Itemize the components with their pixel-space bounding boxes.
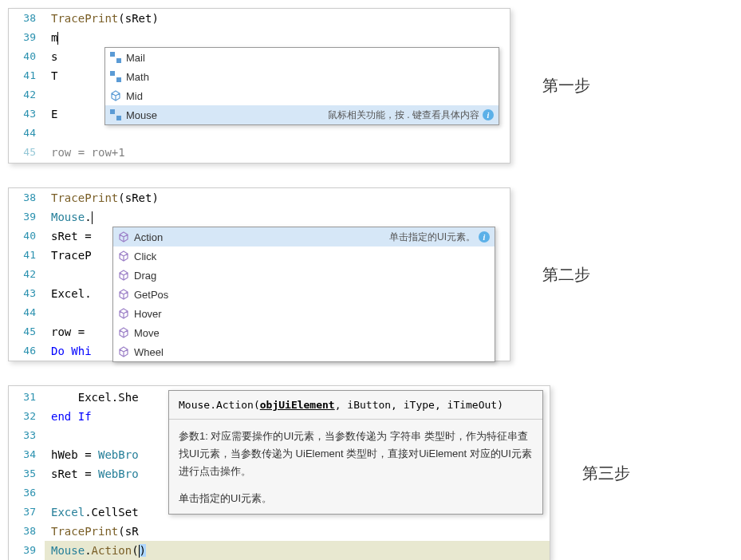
active-parameter: objUiElement (260, 399, 335, 411)
namespace-icon (110, 71, 121, 82)
line-number: 34 (9, 445, 45, 464)
step-label-1: 第一步 (542, 75, 590, 97)
code-line[interactable]: 38 TracePrint(sR (9, 522, 550, 541)
code-line-active[interactable]: 39 Mouse.Action() (9, 541, 550, 560)
line-number: 41 (9, 66, 45, 85)
method-icon (118, 346, 129, 357)
method-icon (118, 250, 129, 262)
code-line[interactable]: 39 m (9, 28, 510, 47)
line-number: 45 (9, 143, 45, 162)
line-number: 38 (9, 522, 45, 541)
line-number: 45 (9, 322, 45, 341)
line-number: 46 (9, 341, 45, 361)
line-number: 37 (9, 503, 45, 522)
line-number: 42 (9, 265, 45, 284)
autocomplete-item-mail[interactable]: Mail (105, 48, 499, 67)
namespace-icon (110, 109, 121, 120)
line-number: 39 (9, 207, 45, 227)
code-line[interactable]: 39 Mouse. (9, 207, 510, 227)
signature-line: Mouse.Action(objUiElement, iButton, iTyp… (169, 391, 542, 420)
code-panel-2: 38 TracePrint(sRet) 39 Mouse. 40 sRet = … (8, 187, 510, 361)
autocomplete-item-move[interactable]: Move (113, 323, 495, 342)
autocomplete-item-wheel[interactable]: Wheel (113, 342, 495, 361)
autocomplete-item-getpos[interactable]: GetPos (113, 285, 495, 304)
text-cursor (57, 32, 58, 45)
section-step-2: 38 TracePrint(sRet) 39 Mouse. 40 sRet = … (8, 187, 733, 361)
line-number: 43 (9, 105, 45, 124)
line-number: 40 (9, 227, 45, 246)
line-number: 40 (9, 47, 45, 66)
method-icon (118, 231, 129, 243)
line-number: 41 (9, 246, 45, 265)
code-line[interactable]: 45 row = row+1 (9, 143, 510, 162)
autocomplete-popup[interactable]: Action 单击指定的UI元素。i Click Drag GetPos Hov… (112, 227, 495, 362)
signature-tooltip: Mouse.Action(objUiElement, iButton, iTyp… (168, 390, 543, 515)
section-step-1: 38 TracePrint(sRet) 39 m 40 s 41 T 42 43… (8, 8, 733, 164)
step-label-3: 第三步 (582, 463, 630, 484)
section-step-3: 31 Excel.She 32 end If 33 34 hWeb = WebB… (8, 385, 733, 560)
method-summary: 单击指定的UI元素。 (169, 488, 542, 514)
parameter-description: 参数1: 对应需要操作的UI元素，当参数传递为 字符串 类型时，作为特征串查找U… (169, 420, 542, 488)
method-icon (118, 289, 129, 300)
code-panel-1: 38 TracePrint(sRet) 39 m 40 s 41 T 42 43… (8, 8, 510, 164)
line-number: 33 (9, 426, 45, 445)
text-cursor (92, 211, 93, 224)
line-number: 39 (9, 28, 45, 47)
autocomplete-item-drag[interactable]: Drag (113, 266, 495, 285)
code-panel-3: 31 Excel.She 32 end If 33 34 hWeb = WebB… (8, 385, 550, 560)
autocomplete-popup[interactable]: Mail Math Mid Mouse 鼠标相关功能，按 . 键查看具体内容 i (104, 47, 499, 125)
line-number: 32 (9, 407, 45, 426)
line-number: 39 (9, 541, 45, 560)
line-number: 36 (9, 483, 45, 503)
autocomplete-item-hover[interactable]: Hover (113, 304, 495, 323)
method-icon (118, 308, 129, 319)
autocomplete-item-click[interactable]: Click (113, 246, 495, 266)
line-number: 44 (9, 124, 45, 143)
line-number: 38 (9, 9, 45, 28)
info-icon[interactable]: i (479, 231, 490, 243)
namespace-icon (110, 52, 121, 63)
autocomplete-item-mid[interactable]: Mid (105, 86, 499, 105)
autocomplete-item-math[interactable]: Math (105, 67, 499, 86)
code-line[interactable]: 44 (9, 124, 510, 143)
line-number: 43 (9, 284, 45, 303)
method-icon (118, 270, 129, 281)
line-number: 42 (9, 85, 45, 105)
method-icon (118, 327, 129, 338)
code-line[interactable]: 38 TracePrint(sRet) (9, 9, 510, 28)
code-line[interactable]: 38 TracePrint(sRet) (9, 188, 510, 207)
line-number: 38 (9, 188, 45, 207)
step-label-2: 第二步 (542, 264, 590, 286)
line-number: 44 (9, 303, 45, 322)
autocomplete-item-mouse[interactable]: Mouse 鼠标相关功能，按 . 键查看具体内容 i (105, 105, 499, 124)
line-number: 31 (9, 388, 45, 407)
method-icon (110, 90, 121, 101)
autocomplete-item-action[interactable]: Action 单击指定的UI元素。i (113, 227, 495, 246)
line-number: 35 (9, 464, 45, 483)
info-icon[interactable]: i (483, 109, 494, 120)
